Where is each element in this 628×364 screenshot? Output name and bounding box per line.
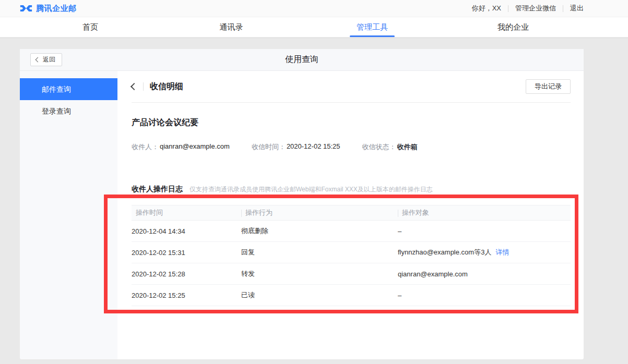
user-greeting: 你好，XX [472, 4, 501, 13]
table-row: 2020-12-02 15:25 已读 – [132, 285, 571, 306]
detail-link[interactable]: 详情 [495, 248, 509, 257]
manage-wecom-link[interactable]: 管理企业微信 [515, 4, 556, 13]
main-nav: 首页 通讯录 管理工具 我的企业 [0, 17, 628, 38]
cell-target: qianran@example.com [398, 263, 571, 284]
operation-log-header: 收件人操作日志 仅支持查询通讯录成员使用腾讯企业邮Web端和Foxmail XX… [132, 185, 571, 194]
recipient-label: 收件人： [132, 142, 159, 152]
cell-time: 2020-12-02 15:25 [132, 285, 241, 306]
detail-header: 收信明细 导出记录 [132, 71, 571, 103]
logout-link[interactable]: 退出 [570, 4, 584, 13]
cell-target: flynnzhao@example.com等3人 详情 [398, 242, 571, 263]
top-bar: 腾讯企业邮 你好，XX 管理企业微信 退出 [0, 0, 628, 17]
receive-status-label: 收信状态： [362, 142, 396, 152]
divider [563, 5, 563, 12]
tab-my-company[interactable]: 我的企业 [443, 17, 584, 37]
sidebar-item-mail-query[interactable]: 邮件查询 [20, 78, 117, 100]
detail-back-button[interactable] [132, 84, 137, 89]
column-header-target: 操作对象 [398, 205, 571, 220]
cell-time: 2020-12-04 14:34 [132, 221, 241, 241]
mail-subject: 产品讨论会议纪要 [132, 117, 571, 128]
table-header-row: 操作时间 操作行为 操作对象 [132, 205, 571, 221]
tab-admin-tools[interactable]: 管理工具 [302, 17, 443, 37]
brand-logo[interactable]: 腾讯企业邮 [20, 4, 77, 14]
divider [143, 82, 144, 91]
receive-time-label: 收信时间： [252, 142, 286, 152]
panel-header: 返回 使用查询 [20, 49, 584, 71]
cell-time: 2020-12-02 15:28 [132, 263, 241, 284]
tab-contacts[interactable]: 通讯录 [161, 17, 302, 37]
divider [508, 5, 508, 12]
page-title: 使用查询 [285, 54, 318, 65]
table-row: 2020-12-02 15:28 转发 qianran@example.com [132, 263, 571, 285]
table-row: 2020-12-02 15:31 回复 flynnzhao@example.co… [132, 242, 571, 263]
operation-log-table: 操作时间 操作行为 操作对象 2020-12-04 14:34 彻底删除 – 2… [132, 205, 571, 306]
column-header-action: 操作行为 [241, 205, 398, 220]
receive-status-value: 收件箱 [397, 142, 418, 152]
cell-target: – [398, 285, 571, 306]
table-row: 2020-12-04 14:34 彻底删除 – [132, 221, 571, 242]
usage-query-panel: 返回 使用查询 邮件查询 登录查询 收信明细 导出记录 产品讨 [20, 49, 584, 359]
cell-action: 回复 [241, 242, 398, 263]
column-header-time: 操作时间 [132, 205, 241, 220]
receive-time-value: 2020-12-02 15:25 [287, 142, 340, 152]
chevron-left-icon [35, 57, 41, 63]
back-button[interactable]: 返回 [30, 53, 62, 66]
sidebar: 邮件查询 登录查询 [20, 71, 117, 359]
recipient-value: qianran@example.com [160, 142, 230, 152]
tab-home[interactable]: 首页 [20, 17, 161, 37]
page: 腾讯企业邮 你好，XX 管理企业微信 退出 首页 通讯录 管理工具 我的企业 [0, 0, 628, 364]
cell-action: 已读 [241, 285, 398, 306]
export-records-button[interactable]: 导出记录 [526, 79, 571, 94]
cell-time: 2020-12-02 15:31 [132, 242, 241, 263]
sidebar-item-login-query[interactable]: 登录查询 [20, 100, 117, 122]
operation-log-note: 仅支持查询通讯录成员使用腾讯企业邮Web端和Foxmail XXX及以上版本的邮… [189, 185, 433, 194]
cell-action: 彻底删除 [241, 221, 398, 241]
cell-target: – [398, 221, 571, 241]
operation-log-title: 收件人操作日志 [132, 185, 183, 194]
cell-action: 转发 [241, 263, 398, 284]
main-content: 收信明细 导出记录 产品讨论会议纪要 收件人： qianran@example.… [117, 71, 584, 359]
active-tab-underline [350, 35, 395, 37]
mail-meta: 收件人： qianran@example.com 收信时间： 2020-12-0… [132, 142, 571, 152]
detail-title: 收信明细 [150, 81, 183, 92]
exmail-logo-icon [20, 4, 32, 13]
brand-name: 腾讯企业邮 [36, 4, 77, 14]
chevron-left-icon [131, 83, 138, 90]
